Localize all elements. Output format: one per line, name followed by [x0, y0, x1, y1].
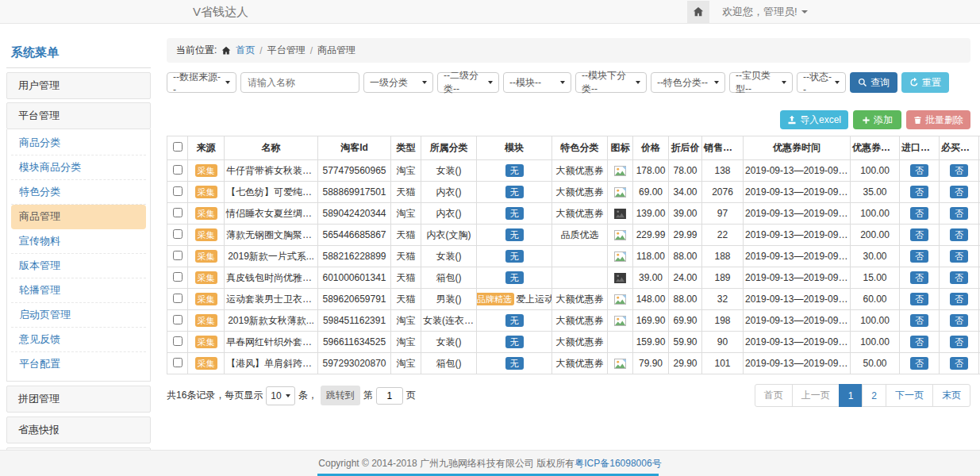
row-checkbox[interactable]	[173, 208, 183, 217]
select-all-checkbox[interactable]	[173, 142, 183, 152]
batch-delete-button[interactable]: 批量删除	[906, 110, 970, 129]
import-select-badge[interactable]: 否	[910, 357, 928, 370]
cell-coupon_amount: 100.00	[851, 332, 900, 353]
page-button-下一页[interactable]: 下一页	[886, 384, 933, 407]
level2-category-select[interactable]: --二级分类--	[437, 72, 499, 93]
source-badge: 采集	[195, 336, 217, 348]
reset-button[interactable]: 重置	[901, 72, 949, 93]
refresh-icon	[909, 78, 919, 87]
page-button-2[interactable]: 2	[862, 384, 886, 407]
page-button-末页[interactable]: 末页	[932, 384, 970, 407]
page-button-1[interactable]: 1	[839, 384, 863, 407]
icp-link[interactable]: 粤ICP备16098006号	[575, 457, 661, 470]
cell-source: 采集	[188, 246, 225, 267]
must-buy-badge[interactable]: 否	[950, 250, 968, 263]
import-select-badge[interactable]: 否	[910, 271, 928, 284]
must-buy-badge[interactable]: 否	[950, 271, 968, 284]
sidebar-item-user[interactable]: 用户管理	[6, 72, 151, 99]
jump-suffix: 页	[406, 389, 416, 402]
row-checkbox[interactable]	[173, 336, 183, 346]
row-checkbox[interactable]	[173, 186, 183, 196]
cell-name: 真皮钱包时尚优雅女士...	[225, 267, 318, 289]
cell-feature: 大额优惠券	[552, 310, 608, 332]
status-select[interactable]: --状态--	[797, 72, 846, 93]
sidebar-subitem-feedback[interactable]: 意见反馈	[11, 328, 146, 352]
import-select-badge[interactable]: 否	[910, 164, 928, 177]
cell-name: 2019新款一片式系...	[225, 246, 318, 267]
row-checkbox[interactable]	[173, 229, 183, 239]
must-buy-badge[interactable]: 否	[950, 336, 968, 348]
must-buy-badge[interactable]: 否	[950, 207, 968, 220]
must-buy-badge[interactable]: 否	[950, 293, 968, 305]
cell-import_select: 否	[900, 353, 940, 374]
import-select-badge[interactable]: 否	[910, 314, 928, 327]
module-select[interactable]: --模块--	[503, 72, 571, 93]
sidebar-subitem-platform-config[interactable]: 平台配置	[11, 352, 146, 376]
jump-button[interactable]: 跳转到	[321, 386, 360, 405]
sidebar-item-platform[interactable]: 平台管理	[6, 102, 151, 129]
cell-import_select: 否	[900, 289, 940, 310]
add-button[interactable]: 添加	[853, 110, 901, 129]
import-select-badge[interactable]: 否	[910, 186, 928, 198]
sidebar-item-express[interactable]: 省惠快报	[6, 416, 151, 443]
cell-category: 女装()	[421, 246, 477, 267]
import-select-badge[interactable]: 否	[910, 228, 928, 241]
per-page-select[interactable]: 10	[266, 386, 294, 405]
import-select-badge[interactable]: 否	[910, 336, 928, 348]
search-button[interactable]: 查询	[850, 72, 897, 93]
sidebar-subitem-goods-category[interactable]: 商品分类	[11, 131, 146, 155]
item-type-select[interactable]: --宝贝类型--	[729, 72, 793, 93]
sidebar-subitem-module-goods-category[interactable]: 模块商品分类	[11, 155, 146, 180]
welcome-text: 欢迎您，管理员!	[722, 5, 797, 19]
sidebar-subitem-version[interactable]: 版本管理	[11, 254, 146, 278]
cell-category: 内衣(文胸)	[421, 225, 477, 246]
row-checkbox[interactable]	[173, 165, 183, 175]
must-buy-badge[interactable]: 否	[950, 186, 968, 198]
cell-check	[167, 310, 188, 332]
level1-category-select[interactable]: 一级分类	[363, 72, 433, 93]
name-input[interactable]	[240, 72, 359, 93]
chevron-down-icon	[488, 81, 493, 84]
module-sub-category-select[interactable]: --模块下分类--	[575, 72, 647, 93]
row-checkbox[interactable]	[173, 272, 183, 282]
cell-feature: 品质优选	[552, 225, 608, 246]
import-select-badge[interactable]: 否	[910, 293, 928, 305]
data-source-select[interactable]: --数据来源--	[167, 72, 236, 93]
sidebar-subitem-carousel[interactable]: 轮播管理	[11, 278, 146, 303]
column-header-feature: 特色分类	[552, 136, 608, 160]
page-button-上一页[interactable]: 上一页	[792, 384, 840, 407]
row-checkbox[interactable]	[173, 294, 183, 303]
user-menu[interactable]: 欢迎您，管理员!	[722, 5, 808, 19]
home-icon[interactable]	[687, 1, 709, 24]
page-button-首页[interactable]: 首页	[755, 384, 793, 407]
topbar-right: 欢迎您，管理员!	[687, 0, 808, 24]
import-excel-button[interactable]: 导入excel	[780, 110, 848, 129]
action-bar: 导入excel 添加 批量删除	[167, 110, 970, 129]
must-buy-badge[interactable]: 否	[950, 228, 968, 241]
column-header-discount_price: 折后价	[669, 136, 702, 160]
must-buy-badge[interactable]: 否	[950, 314, 968, 327]
source-badge: 采集	[195, 228, 217, 241]
cell-discount_price: 69.90	[669, 310, 702, 332]
cell-icon	[608, 267, 633, 289]
breadcrumb-home-link[interactable]: 首页	[236, 44, 255, 57]
must-buy-badge[interactable]: 否	[950, 357, 968, 370]
sidebar-subitem-promo-material[interactable]: 宣传物料	[11, 229, 146, 254]
sidebar-item-groupbuy[interactable]: 拼团管理	[6, 386, 151, 413]
import-select-badge[interactable]: 否	[910, 250, 928, 263]
jump-page-input[interactable]	[376, 387, 403, 405]
sidebar-subitem-feature-category[interactable]: 特色分类	[11, 180, 146, 205]
cell-type: 天猫	[391, 182, 421, 203]
feature-category-select[interactable]: --特色分类--	[651, 72, 725, 93]
column-header-price: 价格	[633, 136, 669, 160]
cell-sales: 32	[702, 289, 744, 310]
import-select-badge[interactable]: 否	[910, 207, 928, 220]
row-checkbox[interactable]	[173, 358, 183, 367]
sidebar-subitem-goods[interactable]: 商品管理	[11, 205, 146, 229]
cell-source: 采集	[188, 267, 225, 289]
row-checkbox[interactable]	[173, 315, 183, 324]
sidebar-subitem-splash[interactable]: 启动页管理	[11, 303, 146, 328]
row-checkbox[interactable]	[173, 251, 183, 260]
breadcrumb-separator: /	[310, 45, 313, 56]
must-buy-badge[interactable]: 否	[950, 164, 968, 177]
